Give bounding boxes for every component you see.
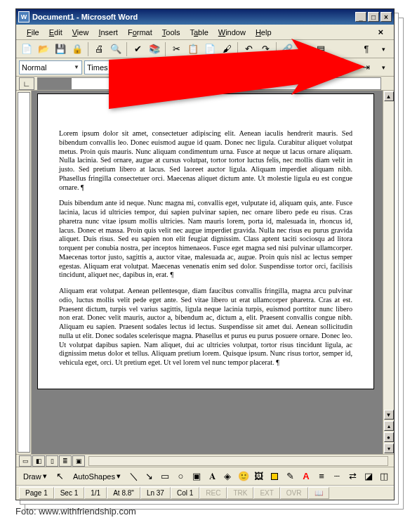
reading-view-icon[interactable]: ▣ [72, 455, 85, 467]
style-combo[interactable]: Normal▼ [19, 60, 82, 74]
oval-icon[interactable]: ○ [174, 469, 187, 484]
doc-close-button[interactable]: × [373, 25, 388, 39]
wordart-icon[interactable]: 𝐀 [205, 469, 218, 484]
align-right-icon[interactable]: ≡ [307, 60, 322, 75]
show-marks-icon[interactable]: ¶ [359, 41, 374, 57]
status-ovr[interactable]: OVR [280, 487, 308, 499]
save-icon[interactable]: 💾 [53, 41, 68, 57]
minimize-button[interactable]: _ [355, 12, 366, 22]
spell-icon[interactable]: ✔ [130, 41, 145, 57]
separator [165, 42, 166, 56]
line-icon[interactable]: ＼ [127, 469, 140, 484]
rectangle-icon[interactable]: ▭ [159, 469, 172, 484]
tab-selector[interactable]: ∟ [19, 77, 34, 90]
status-spell-icon[interactable]: 📖 [308, 487, 329, 499]
toolbar-options-icon[interactable]: ▾ [376, 60, 391, 75]
scroll-track[interactable] [383, 102, 394, 409]
print-view-icon[interactable]: ▯ [46, 455, 58, 467]
document-page[interactable]: Lorem ipsum dolor sit amet, consectetuer… [37, 93, 374, 389]
paste-icon[interactable]: 📄 [202, 41, 218, 57]
dash-style-icon[interactable]: ┄ [331, 469, 344, 484]
format-painter-icon[interactable]: 🖌 [219, 41, 234, 57]
undo-icon[interactable]: ↶ [241, 41, 256, 57]
status-section: Sec 1 [54, 487, 85, 499]
vertical-scrollbar[interactable]: ▲ ▼ ▴ ● ▾ [383, 91, 394, 454]
research-icon[interactable]: 📚 [147, 41, 162, 57]
bold-button[interactable]: B [213, 60, 229, 75]
vertical-ruler[interactable] [18, 92, 30, 453]
paragraph-3[interactable]: Aliquam erat volutpat. Aenean pellentesq… [59, 287, 352, 368]
arrow-style-icon[interactable]: ⇄ [346, 469, 359, 484]
clipart-icon[interactable]: 🙂 [237, 469, 250, 484]
window-title: Document1 - Microsoft Word [32, 13, 354, 21]
menu-table[interactable]: Table [185, 27, 213, 38]
menu-window[interactable]: Window [213, 27, 251, 38]
scroll-down-icon[interactable]: ▼ [384, 410, 394, 420]
new-doc-icon[interactable]: 📄 [19, 41, 34, 57]
menu-view[interactable]: View [67, 27, 94, 38]
next-page-icon[interactable]: ▾ [384, 443, 394, 453]
outline-view-icon[interactable]: ≣ [59, 455, 72, 467]
browse-object-icon[interactable]: ● [384, 432, 394, 442]
3d-icon[interactable]: ◫ [378, 469, 391, 484]
size-combo[interactable]: 12▼ [178, 60, 206, 74]
diagram-icon[interactable]: ◈ [221, 469, 234, 484]
textbox-icon[interactable]: ▣ [190, 469, 203, 484]
normal-view-icon[interactable]: ▭ [19, 455, 32, 467]
ruler-row: ∟ [16, 77, 394, 91]
line-style-icon[interactable]: ≡ [315, 469, 328, 484]
close-button[interactable]: × [380, 12, 392, 22]
horizontal-ruler[interactable] [37, 77, 381, 90]
menu-edit[interactable]: Edit [44, 27, 67, 38]
menu-format[interactable]: Format [123, 27, 157, 38]
status-pages: 1/1 [84, 487, 107, 499]
menu-help[interactable]: Help [251, 27, 277, 38]
italic-button[interactable]: I [231, 60, 246, 75]
tables-icon[interactable]: ▦ [296, 41, 312, 57]
scroll-up-icon[interactable]: ▲ [384, 91, 394, 101]
word-icon: W [18, 11, 29, 22]
autoshapes-menu[interactable]: AutoShapes ▾ [69, 469, 125, 483]
status-ext[interactable]: EXT [253, 487, 279, 499]
status-rec[interactable]: REC [199, 487, 227, 499]
font-color-icon[interactable]: A [299, 469, 312, 484]
redo-icon[interactable]: ↷ [258, 41, 273, 57]
separator [126, 42, 127, 56]
arrow-icon[interactable]: ↘ [143, 469, 156, 484]
prev-page-icon[interactable]: ▴ [384, 421, 394, 431]
align-center-icon[interactable]: ≡ [289, 60, 305, 75]
maximize-button[interactable]: □ [368, 12, 379, 22]
cut-icon[interactable]: ✂ [168, 41, 184, 57]
horizontal-scrollbar[interactable] [88, 456, 388, 466]
title-bar: W Document1 - Microsoft Word _ □ × [16, 9, 394, 25]
fill-color-icon[interactable] [268, 469, 282, 484]
bottom-area: ▭ ◧ ▯ ≣ ▣ Draw ▾ ↖ AutoShapes ▾ ＼ ↘ ▭ ○ … [16, 454, 394, 500]
line-color-icon[interactable]: ✎ [284, 469, 297, 484]
align-left-icon[interactable]: ≡ [272, 60, 287, 75]
insert-table-icon[interactable]: ▤ [313, 41, 329, 57]
underline-button[interactable]: U [249, 60, 264, 75]
menu-insert[interactable]: Insert [93, 27, 123, 38]
toolbar-options-icon[interactable]: ▾ [376, 41, 391, 57]
shadow-icon[interactable]: ◪ [362, 469, 375, 484]
select-icon[interactable]: ↖ [53, 469, 67, 484]
font-combo[interactable]: Times New Roman▼ [84, 60, 176, 74]
status-trk[interactable]: TRK [227, 487, 253, 499]
status-at: At 8.8" [107, 487, 140, 499]
hyperlink-icon[interactable]: 🔗 [279, 41, 295, 57]
open-icon[interactable]: 📂 [36, 41, 51, 57]
menu-file[interactable]: File [22, 27, 44, 38]
picture-icon[interactable]: 🖼 [252, 469, 265, 484]
menu-tools[interactable]: Tools [157, 27, 185, 38]
copy-icon[interactable]: 📋 [185, 41, 201, 57]
paragraph-2[interactable]: Duis bibendum ante id neque. Nunc magna … [59, 199, 352, 280]
indent-icon[interactable]: ⇥ [358, 60, 373, 75]
preview-icon[interactable]: 🔍 [108, 41, 124, 57]
paragraph-1[interactable]: Lorem ipsum dolor sit amet, consectetuer… [59, 129, 352, 192]
drawing-toolbar: Draw ▾ ↖ AutoShapes ▾ ＼ ↘ ▭ ○ ▣ 𝐀 ◈ 🙂 🖼 … [16, 467, 394, 486]
print-icon[interactable]: 🖨 [91, 41, 107, 57]
web-view-icon[interactable]: ◧ [32, 455, 45, 467]
draw-menu[interactable]: Draw ▾ [19, 469, 51, 483]
photo-credit: Foto: www.withfriendship.com [15, 506, 136, 517]
permission-icon[interactable]: 🔒 [70, 41, 85, 57]
